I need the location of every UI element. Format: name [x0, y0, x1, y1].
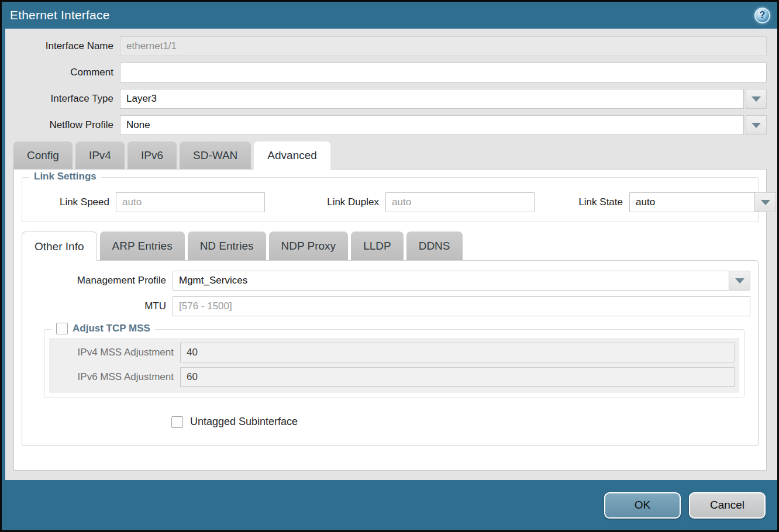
- tab-ipv6[interactable]: IPv6: [127, 141, 177, 169]
- interface-type-dropdown-button[interactable]: [746, 89, 767, 109]
- link-speed-label: Link Speed: [22, 196, 116, 208]
- mss-disabled-panel: IPv4 MSS Adjustment IPv6 MSS Adjustment: [49, 338, 739, 393]
- cancel-button[interactable]: Cancel: [689, 492, 766, 519]
- management-profile-field[interactable]: [173, 271, 729, 291]
- interface-name-label: Interface Name: [5, 40, 120, 52]
- netflow-profile-row: Netflow Profile: [5, 115, 767, 135]
- dialog-title: Ethernet Interface: [10, 8, 110, 22]
- subtab-lldp[interactable]: LLDP: [351, 232, 404, 260]
- chevron-down-icon: [752, 96, 761, 102]
- tab-config[interactable]: Config: [13, 141, 73, 169]
- tab-sdwan[interactable]: SD-WAN: [180, 141, 251, 169]
- chevron-down-icon: [735, 278, 744, 284]
- netflow-profile-field[interactable]: [120, 115, 744, 135]
- untagged-subinterface-checkbox[interactable]: [171, 416, 183, 428]
- interface-type-field[interactable]: [120, 89, 744, 109]
- tab-advanced[interactable]: Advanced: [254, 141, 330, 170]
- adjust-tcp-mss-checkbox[interactable]: [56, 323, 68, 334]
- interface-type-row: Interface Type: [5, 89, 767, 109]
- dialog-footer: OK Cancel: [2, 480, 777, 530]
- mtu-row: MTU: [30, 296, 750, 316]
- link-speed-field[interactable]: [116, 192, 265, 212]
- comment-field[interactable]: [120, 63, 767, 82]
- chevron-down-icon: [752, 123, 761, 128]
- netflow-profile-dropdown-button[interactable]: [746, 115, 767, 135]
- link-settings-legend: Link Settings: [29, 171, 101, 182]
- subtab-ndp-proxy[interactable]: NDP Proxy: [269, 232, 349, 260]
- sub-tab-strip: Other Info ARP Entries ND Entries NDP Pr…: [22, 232, 759, 260]
- untagged-subinterface-label: Untagged Subinterface: [190, 416, 298, 428]
- link-state-label: Link State: [571, 196, 629, 208]
- interface-name-row: Interface Name: [5, 36, 767, 56]
- ipv6-mss-row: IPv6 MSS Adjustment: [49, 367, 739, 387]
- subtab-other-info[interactable]: Other Info: [22, 232, 97, 261]
- advanced-tab-panel: Link Settings Link Speed Link Duplex Lin…: [13, 169, 767, 471]
- help-icon[interactable]: ?: [754, 8, 770, 23]
- interface-name-field: [120, 36, 767, 56]
- mtu-field[interactable]: [173, 296, 750, 316]
- adjust-tcp-mss-legend-text: Adjust TCP MSS: [73, 323, 150, 334]
- netflow-profile-label: Netflow Profile: [5, 119, 120, 131]
- management-profile-row: Management Profile: [30, 271, 750, 291]
- chevron-down-icon: [761, 200, 770, 205]
- link-settings-row: Link Speed Link Duplex Link State: [22, 178, 758, 222]
- interface-type-label: Interface Type: [5, 93, 120, 105]
- untagged-subinterface-row: Untagged Subinterface: [171, 416, 750, 428]
- ethernet-interface-dialog: Ethernet Interface ? Interface Name Comm…: [0, 0, 779, 532]
- dialog-body: Interface Name Comment Interface Type Ne…: [2, 29, 777, 480]
- ipv4-mss-row: IPv4 MSS Adjustment: [49, 343, 739, 362]
- management-profile-label: Management Profile: [30, 275, 173, 286]
- mtu-label: MTU: [30, 300, 173, 312]
- comment-row: Comment: [5, 63, 767, 82]
- ok-button[interactable]: OK: [604, 492, 681, 519]
- link-duplex-label: Link Duplex: [293, 196, 385, 208]
- link-settings-fieldset: Link Settings Link Speed Link Duplex Lin…: [22, 177, 759, 222]
- comment-label: Comment: [5, 67, 120, 78]
- ipv4-mss-field: [180, 343, 735, 362]
- management-profile-dropdown-button[interactable]: [729, 271, 750, 291]
- subtab-arp-entries[interactable]: ARP Entries: [100, 232, 185, 260]
- main-tab-strip: Config IPv4 IPv6 SD-WAN Advanced: [13, 141, 767, 169]
- link-duplex-field[interactable]: [385, 192, 535, 212]
- link-state-field[interactable]: [629, 192, 755, 212]
- subtab-ddns[interactable]: DDNS: [406, 232, 463, 260]
- subtab-nd-entries[interactable]: ND Entries: [188, 232, 266, 260]
- ipv6-mss-field: [180, 367, 735, 387]
- tab-ipv4[interactable]: IPv4: [75, 141, 125, 169]
- ipv6-mss-label: IPv6 MSS Adjustment: [49, 371, 180, 383]
- dialog-titlebar: Ethernet Interface ?: [2, 2, 777, 29]
- link-state-dropdown-button[interactable]: [755, 192, 776, 212]
- adjust-tcp-mss-fieldset: Adjust TCP MSS IPv4 MSS Adjustment IPv6 …: [44, 329, 744, 398]
- ipv4-mss-label: IPv4 MSS Adjustment: [49, 347, 180, 358]
- other-info-panel: Management Profile MTU Adjust TCP MSS: [22, 260, 759, 446]
- adjust-tcp-mss-legend: Adjust TCP MSS: [51, 323, 155, 334]
